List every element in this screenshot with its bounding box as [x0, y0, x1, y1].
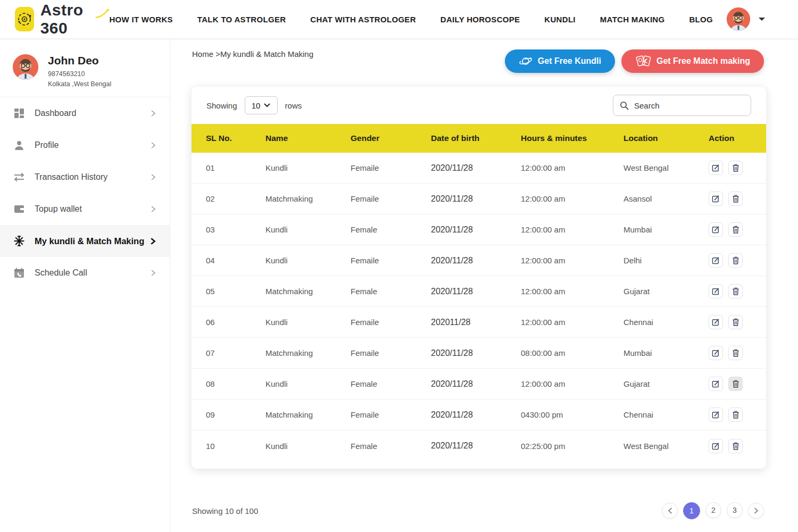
breadcrumb-home[interactable]: Home [192, 49, 213, 59]
brand-logo[interactable]: Astro 360 [15, 1, 109, 37]
cell-location: Asansol [624, 194, 709, 203]
user-avatar[interactable] [727, 7, 750, 31]
nav-item[interactable]: CHAT WITH ASTROLOGER [310, 15, 415, 24]
get-free-match-making-button[interactable]: Get Free Match making [621, 49, 764, 73]
edit-button[interactable] [709, 161, 723, 175]
sidebar: John Deo 9874563210 Kolkata ,West Bengal… [0, 38, 170, 532]
edit-button[interactable] [709, 192, 723, 206]
wallet-icon [13, 203, 26, 215]
cell-date-of-birth: 2020/11/28 [431, 225, 521, 235]
sidebar-item-label: Transaction History [35, 172, 107, 182]
edit-button[interactable] [709, 315, 723, 329]
nav-item[interactable]: DAILY HOROSCOPE [440, 15, 520, 24]
records-card: Showing 10 rows SL No. Name Gender Date … [192, 87, 766, 469]
page-number-button[interactable]: 2 [705, 502, 721, 518]
cell-hours-minutes: 12:00:00 am [521, 318, 624, 327]
nav-item[interactable]: BLOG [689, 15, 713, 24]
profile-icon [13, 139, 26, 152]
cell-location: Gujarat [624, 287, 709, 296]
cell-action [709, 253, 752, 268]
search-box [613, 95, 751, 116]
cell-hours-minutes: 12:00:00 am [521, 287, 624, 296]
chevron-right-icon [754, 508, 759, 514]
cell-gender: Femaile [351, 318, 431, 327]
cell-name: Kundli [265, 442, 351, 451]
cell-location: Chennai [624, 410, 709, 419]
sidebar-item-profile[interactable]: Profile [0, 129, 170, 161]
cell-hours-minutes: 02:25:00 pm [521, 442, 624, 451]
sidebar-item-my-kundli-match-making[interactable]: My kundli & Match Making [0, 225, 170, 257]
edit-button[interactable] [709, 222, 723, 237]
column-header-date-of-birth: Date of birth [431, 134, 521, 143]
sidebar-item-label: Topup wallet [35, 204, 82, 214]
edit-button[interactable] [709, 408, 723, 422]
breadcrumb-current: My kundli & Match Making [220, 49, 313, 59]
main-content: Home >My kundli & Match Making Get Free … [170, 38, 798, 532]
search-input[interactable] [634, 101, 744, 110]
edit-button[interactable] [709, 377, 723, 391]
rows-per-page-value: 10 [252, 101, 261, 110]
edit-icon [712, 380, 720, 388]
top-actions: Get Free Kundli Get Free Match making [505, 49, 764, 73]
delete-button[interactable] [728, 346, 743, 360]
chevron-right-icon [151, 269, 156, 277]
delete-button[interactable] [728, 408, 743, 422]
page-number-button[interactable]: 3 [727, 502, 743, 518]
sidebar-item-topup-wallet[interactable]: Topup wallet [0, 193, 170, 225]
brand-name: Astro 360 [40, 1, 98, 37]
cell-action [709, 284, 752, 298]
delete-button[interactable] [728, 377, 743, 391]
page-number-button[interactable]: 1 [683, 502, 700, 519]
cell-date-of-birth: 2020/11/28 [431, 441, 521, 451]
nav-item[interactable]: HOW IT WORKS [109, 15, 172, 24]
sidebar-item-transaction-history[interactable]: Transaction History [0, 161, 170, 193]
cell-gender: Female [351, 442, 431, 451]
sidebar-user-avatar [13, 54, 38, 80]
user-location: Kolkata ,West Bengal [48, 79, 111, 89]
cell-hours-minutes: 12:00:00 am [521, 163, 624, 172]
cell-name: Matchmaking [265, 194, 351, 203]
cell-location: West Bengal [624, 442, 709, 451]
cell-gender: Femaile [351, 194, 431, 203]
sidebar-item-label: Dashboard [35, 109, 76, 118]
cell-hours-minutes: 08:00:00 am [521, 348, 624, 358]
edit-icon [712, 287, 720, 295]
kundli-icon [13, 235, 26, 247]
nav-item[interactable]: MATCH MAKING [600, 15, 665, 24]
column-header-name: Name [265, 134, 351, 143]
chevron-down-icon[interactable] [758, 16, 766, 22]
cell-gender: Femaile [351, 410, 431, 419]
delete-button[interactable] [728, 284, 743, 298]
delete-button[interactable] [728, 192, 743, 206]
schedule-call-icon [13, 267, 26, 279]
edit-icon [712, 164, 720, 172]
delete-button[interactable] [728, 222, 743, 237]
delete-button[interactable] [728, 253, 743, 268]
get-free-kundli-button[interactable]: Get Free Kundli [505, 49, 615, 73]
account-menu[interactable] [727, 7, 766, 31]
cell-gender: Female [351, 287, 431, 296]
rows-per-page-select[interactable]: 10 [245, 96, 278, 114]
tarot-cards-icon [635, 54, 651, 69]
sidebar-item-dashboard[interactable]: Dashboard [0, 97, 170, 129]
sidebar-item-schedule-call[interactable]: Schedule Call [0, 257, 170, 289]
nav-item[interactable]: TALK TO ASTROLGER [197, 15, 286, 24]
delete-button[interactable] [728, 315, 743, 329]
next-page-button[interactable] [748, 503, 764, 519]
column-header-gender: Gender [351, 134, 431, 143]
delete-button[interactable] [728, 439, 743, 453]
nav-item[interactable]: KUNDLI [544, 15, 575, 24]
previous-page-button[interactable] [662, 503, 678, 519]
column-header-location: Location [624, 134, 709, 143]
chevron-right-icon [151, 142, 156, 149]
trash-icon [732, 380, 739, 388]
edit-button[interactable] [709, 439, 723, 453]
cell-sl-no: 06 [206, 318, 265, 327]
edit-button[interactable] [709, 253, 723, 268]
chevron-right-icon [151, 173, 156, 181]
cell-action [709, 346, 752, 360]
edit-button[interactable] [709, 346, 723, 360]
delete-button[interactable] [728, 161, 743, 175]
edit-button[interactable] [709, 284, 723, 298]
chevron-down-icon [264, 103, 270, 107]
